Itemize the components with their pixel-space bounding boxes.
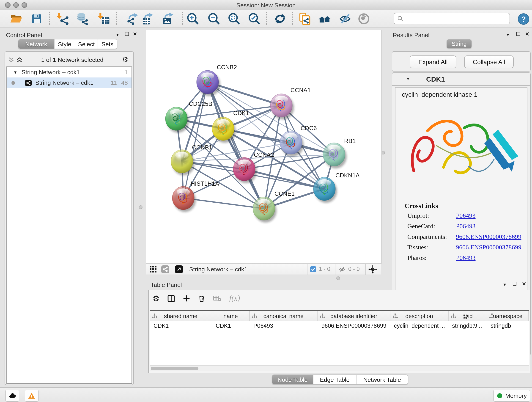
toolbar-separator (307, 263, 307, 275)
table-cell[interactable]: stringdb (487, 321, 529, 331)
show-columns-icon[interactable] (167, 294, 175, 302)
crosslink-link[interactable]: 9606.ENSP00000378699 (456, 244, 521, 251)
export-image-icon[interactable] (160, 12, 175, 26)
network-options-gear-icon[interactable]: ⚙ (122, 56, 128, 64)
help-icon[interactable]: ? (516, 12, 531, 26)
collection-collapse-icon[interactable]: ▼ (13, 70, 17, 75)
import-network-from-database-icon[interactable] (76, 12, 90, 26)
column-header-shared-name[interactable]: shared name (150, 311, 212, 321)
expand-all-button[interactable]: Expand All (410, 56, 456, 68)
zoom-in-icon[interactable] (186, 12, 200, 26)
panel-close-icon[interactable]: ✕ (525, 32, 529, 37)
hide-selected-icon[interactable] (338, 12, 352, 26)
save-session-icon[interactable] (29, 12, 44, 26)
memory-button[interactable]: Memory (494, 390, 530, 402)
graph-node-CDC25B[interactable] (165, 107, 189, 133)
graph-node-CDKN1A[interactable] (313, 177, 337, 203)
import-table-icon[interactable] (97, 12, 111, 26)
delete-column-icon[interactable] (198, 294, 206, 302)
table-cell[interactable]: stringdb:9... (448, 321, 487, 331)
section-collapse-icon[interactable]: ▼ (406, 77, 410, 81)
open-in-window-icon[interactable] (175, 265, 183, 273)
graph-node-RB1[interactable] (323, 143, 347, 168)
panel-close-icon[interactable]: ✕ (522, 281, 526, 287)
export-table-icon[interactable] (140, 12, 155, 26)
panel-float-icon[interactable]: ☐ (512, 281, 517, 287)
column-header-description[interactable]: description (390, 311, 449, 321)
panel-menu-icon[interactable]: ▼ (503, 282, 507, 287)
tab-string[interactable]: String (447, 39, 472, 48)
gene-section-header[interactable]: ▼ CDK1 (392, 73, 530, 86)
network-graph[interactable]: CCNB2CCNA1CDC25BCDK1CDC6RB1CCNB1CCNA2CDK… (146, 30, 381, 264)
delete-table-icon[interactable] (213, 295, 222, 302)
crosslinks-list: Uniprot:P06493GeneCard:P06493Compartment… (395, 212, 527, 265)
export-network-icon[interactable] (125, 12, 140, 26)
graph-node-CDK1[interactable] (212, 117, 236, 143)
search-field[interactable] (394, 13, 510, 24)
grid-view-icon[interactable] (150, 266, 157, 273)
crosslink-link[interactable]: P06493 (456, 223, 476, 230)
cloud-button[interactable] (6, 390, 19, 402)
network-share-icon[interactable] (161, 265, 169, 273)
expand-all-networks-icon[interactable] (8, 57, 14, 63)
tab-node-table[interactable]: Node Table (272, 375, 313, 384)
panel-close-icon[interactable]: ✕ (133, 32, 137, 37)
open-session-icon[interactable] (9, 12, 23, 26)
left-splitter-handle[interactable] (139, 205, 143, 209)
tab-network-table[interactable]: Network Table (356, 375, 408, 384)
tab-select[interactable]: Select (75, 39, 98, 49)
graph-node-HIST1H1A[interactable] (172, 186, 196, 212)
graph-node-CCNB2[interactable] (196, 70, 220, 96)
table-row[interactable]: CDK1CDK1P064939606.ENSP00000378699cyclin… (150, 321, 529, 331)
search-input[interactable] (403, 15, 497, 22)
panel-menu-icon[interactable]: ▼ (506, 32, 510, 38)
table-options-gear-icon[interactable]: ⚙ (152, 294, 160, 303)
right-splitter-handle[interactable] (381, 151, 385, 154)
table-cell[interactable]: CDK1 (150, 321, 212, 331)
pan-crosshair-icon[interactable] (368, 265, 377, 274)
column-header-@id[interactable]: @id (448, 311, 487, 321)
zoom-out-icon[interactable] (207, 12, 221, 26)
warnings-button[interactable] (25, 390, 38, 402)
network-row-selected[interactable]: String Network – cdk1 11 48 (7, 77, 132, 88)
panel-menu-icon[interactable]: ▼ (115, 32, 120, 38)
network-collection-row[interactable]: ▼ String Network – cdk1 1 (7, 67, 132, 77)
table-hscrollbar[interactable] (150, 365, 529, 371)
column-header-canonical-name[interactable]: canonical name (250, 311, 318, 321)
clone-network-icon[interactable] (298, 12, 312, 26)
column-header-name[interactable]: name (212, 311, 249, 321)
column-header-database-identifier[interactable]: database identifier (318, 311, 390, 321)
zoom-fit-icon[interactable] (227, 12, 241, 26)
tab-style[interactable]: Style (55, 39, 75, 49)
import-network-icon[interactable] (56, 12, 70, 26)
table-cell[interactable]: cyclin–dependent ... (390, 321, 449, 331)
panel-float-icon[interactable]: ☐ (125, 32, 129, 37)
hidden-eye-icon[interactable] (338, 266, 346, 273)
crosslink-link[interactable]: P06493 (456, 212, 476, 220)
panel-float-icon[interactable]: ☐ (516, 32, 520, 37)
table-cell[interactable]: 9606.ENSP00000378699 (318, 321, 390, 331)
refresh-icon[interactable] (273, 12, 287, 26)
graph-node-CCNA2[interactable] (233, 157, 257, 183)
show-all-icon[interactable] (356, 12, 371, 26)
crosslink-link[interactable]: P06493 (456, 254, 476, 262)
add-column-icon[interactable] (183, 295, 190, 302)
collapse-all-button[interactable]: Collapse All (464, 56, 514, 68)
tab-sets[interactable]: Sets (98, 39, 117, 49)
zoom-selected-icon[interactable] (247, 12, 262, 26)
results-buttons-bar: Expand All Collapse All (392, 51, 531, 71)
table-hscroll-thumb[interactable] (151, 367, 198, 370)
collapse-all-networks-icon[interactable] (17, 57, 22, 63)
column-header-namespace[interactable]: namespace (487, 311, 529, 321)
home-view-icon[interactable] (317, 12, 332, 26)
selected-checkbox-icon[interactable] (310, 266, 316, 272)
table-cell[interactable]: CDK1 (212, 321, 249, 331)
string-network-icon (25, 80, 32, 86)
tab-edge-table[interactable]: Edge Table (313, 375, 356, 384)
tab-network[interactable]: Network (18, 39, 55, 49)
network-canvas[interactable]: CCNB2CCNA1CDC25BCDK1CDC6RB1CCNB1CCNA2CDK… (146, 30, 382, 264)
function-builder-icon[interactable]: f(x) (229, 294, 240, 303)
table-cell[interactable]: P06493 (250, 321, 318, 331)
graph-node-CCNA1[interactable] (270, 94, 294, 119)
crosslink-link[interactable]: 9606.ENSP00000378699 (456, 233, 521, 241)
